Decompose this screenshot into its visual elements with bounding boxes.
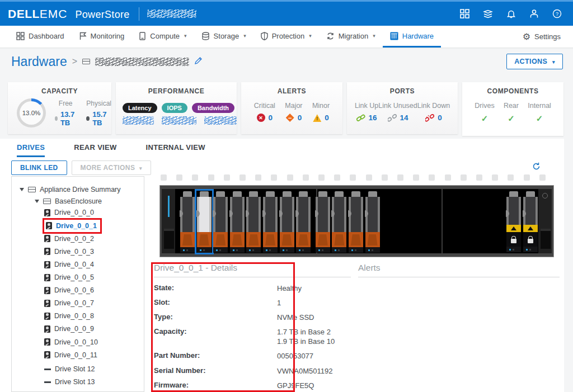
- nav-item-migration[interactable]: Migration ▾: [319, 26, 383, 48]
- slot-checkbox[interactable]: [192, 174, 198, 181]
- capacity-donut-chart: 13.0%: [17, 98, 46, 127]
- nav-item-storage[interactable]: Storage ▾: [194, 26, 253, 48]
- notifications-icon[interactable]: [506, 9, 516, 18]
- tree-node-empty-slot[interactable]: Drive Slot 12: [12, 362, 144, 375]
- slot-checkbox[interactable]: [461, 174, 467, 181]
- enclosure-drive-slot-11[interactable]: [365, 191, 380, 252]
- apps-icon[interactable]: [460, 9, 469, 18]
- capacity-physical-stat: Physical 15.7 TB: [86, 100, 111, 127]
- nav-item-monitoring[interactable]: Monitoring: [72, 26, 132, 48]
- enclosure-drive-slot-3[interactable]: [230, 191, 245, 252]
- nav-item-compute[interactable]: Compute ▾: [131, 26, 194, 48]
- enclosure-drive-slot-7[interactable]: [296, 191, 311, 252]
- slot-checkbox[interactable]: [271, 174, 277, 181]
- tab-internal-view[interactable]: INTERNAL VIEW: [146, 143, 205, 157]
- tree-node-drive[interactable]: Drive_0_0_8: [12, 310, 144, 323]
- critical-count: 0: [269, 114, 273, 122]
- detail-row: Part Number: 005053077: [154, 349, 351, 363]
- ports-card[interactable]: PORTS Link Up 16 Link Unused: [347, 82, 458, 134]
- tree-node-drive[interactable]: Drive_0_0_3: [12, 246, 144, 259]
- tree-expander-icon[interactable]: [35, 200, 39, 203]
- tree-node-drive[interactable]: Drive_0_0_2: [12, 233, 144, 246]
- slot-checkbox[interactable]: [287, 174, 293, 181]
- slot-checkbox[interactable]: [208, 174, 214, 181]
- enclosure-drive-slot-1[interactable]: [197, 191, 212, 252]
- enclosure-drive-slot-10[interactable]: [349, 191, 363, 252]
- nav-label: Migration: [339, 32, 368, 40]
- cluster-icon[interactable]: [483, 10, 493, 18]
- slot-checkbox[interactable]: [350, 174, 356, 181]
- blink-led-button[interactable]: BLINK LED: [11, 160, 67, 175]
- slot-checkbox[interactable]: [539, 174, 546, 181]
- slot-checkbox[interactable]: [382, 174, 388, 181]
- capacity-card[interactable]: CAPACITY 13.0% Free 13.7 TB Physical 15.…: [8, 82, 111, 134]
- nav-item-protection[interactable]: Protection ▾: [253, 26, 319, 48]
- tab-drives[interactable]: DRIVES: [17, 143, 45, 157]
- tree-node-drive[interactable]: Drive_0_0_10: [12, 337, 144, 350]
- slot-checkbox[interactable]: [508, 174, 514, 181]
- slot-checkbox[interactable]: [239, 174, 246, 181]
- nav-item-dashboard[interactable]: Dashboard: [9, 26, 72, 48]
- tree-node-drive[interactable]: Drive_0_0_9: [12, 323, 144, 336]
- slot-checkbox[interactable]: [176, 174, 182, 181]
- tab-rear-view[interactable]: REAR VIEW: [74, 143, 116, 157]
- tree-expander-icon[interactable]: [20, 188, 24, 191]
- help-icon[interactable]: ?: [552, 9, 562, 18]
- slot-checkbox[interactable]: [318, 174, 325, 181]
- tree-drive-label: Drive_0_0_9: [54, 323, 94, 334]
- tree-node-empty-slot[interactable]: Drive Slot 14: [12, 388, 144, 392]
- refresh-icon[interactable]: [532, 162, 541, 173]
- tree-node-base-enclosure[interactable]: BaseEnclosure: [12, 195, 144, 207]
- gear-icon: ⚙: [523, 32, 530, 41]
- tree-node-drive[interactable]: Drive_0_0_5: [12, 272, 144, 285]
- tree-node-appliance-drive-summary[interactable]: Appliance Drive Summary: [12, 183, 144, 195]
- components-card[interactable]: COMPONENTS Drives ✓ Rear ✓ Internal ✓: [462, 82, 563, 136]
- enclosure-drive-slot-0[interactable]: [180, 191, 195, 252]
- more-actions-button[interactable]: MORE ACTIONS ▾: [72, 160, 151, 175]
- drives-toolbar: BLINK LED MORE ACTIONS ▾: [11, 160, 151, 175]
- edit-pencil-icon[interactable]: [194, 56, 203, 67]
- tree-node-drive[interactable]: Drive_0_0_4: [12, 259, 144, 272]
- slot-checkbox[interactable]: [255, 174, 261, 181]
- enclosure-locked-drive-0[interactable]: [506, 191, 521, 252]
- slot-checkbox[interactable]: [397, 174, 403, 181]
- performance-card[interactable]: PERFORMANCE Latency IOPS Bandwidth: [116, 82, 237, 134]
- capacity-physical-value: 15.7 TB: [92, 110, 111, 127]
- alerts-card-title: ALERTS: [241, 82, 342, 95]
- slot-checkbox[interactable]: [366, 174, 372, 181]
- slot-checkbox[interactable]: [334, 174, 340, 181]
- drive-icon: [44, 300, 50, 307]
- blink-led-label: BLINK LED: [20, 164, 58, 172]
- slot-checkbox[interactable]: [161, 174, 167, 181]
- enclosure-drive-slot-9[interactable]: [332, 191, 346, 252]
- enclosure-drive-slot-5[interactable]: [263, 191, 278, 252]
- nav-item-hardware[interactable]: Hardware: [383, 26, 441, 48]
- slot-checkbox[interactable]: [413, 174, 419, 181]
- alerts-card[interactable]: ALERTS Critical ✕ 0 Major − 0 Minor ! 0: [241, 82, 342, 134]
- enclosure-drive-slot-4[interactable]: [246, 191, 261, 252]
- tree-node-drive[interactable]: Drive_0_0_11: [12, 350, 144, 362]
- enclosure-drive-slot-6[interactable]: [280, 191, 294, 252]
- tree-node-drive[interactable]: Drive_0_0_7: [12, 297, 144, 310]
- dashboard-icon: [16, 32, 25, 40]
- enclosure-drive-slot-8[interactable]: [316, 191, 330, 252]
- nav-item-settings[interactable]: ⚙ Settings: [510, 26, 573, 48]
- user-icon[interactable]: [529, 9, 539, 18]
- slot-checkbox[interactable]: [445, 174, 451, 181]
- slot-checkbox[interactable]: [303, 174, 309, 181]
- breadcrumb-hardware-link[interactable]: Hardware: [11, 54, 67, 69]
- slot-checkbox[interactable]: [224, 174, 230, 181]
- actions-button[interactable]: ACTIONS ▾: [506, 54, 563, 69]
- slot-checkbox[interactable]: [492, 174, 498, 181]
- detail-value: 1: [277, 298, 281, 308]
- slot-checkbox[interactable]: [476, 174, 482, 181]
- slot-checkbox[interactable]: [429, 174, 435, 181]
- enclosure-icon: [28, 187, 36, 192]
- tree-node-drive[interactable]: Drive_0_0_1: [12, 220, 144, 233]
- slot-checkbox[interactable]: [524, 174, 530, 181]
- iops-badge: IOPS: [162, 103, 187, 113]
- enclosure-locked-drive-1[interactable]: [523, 191, 538, 252]
- tree-node-drive[interactable]: Drive_0_0_6: [12, 285, 144, 297]
- tree-node-empty-slot[interactable]: Drive Slot 13: [12, 375, 144, 388]
- enclosure-drive-slot-2[interactable]: [213, 191, 228, 252]
